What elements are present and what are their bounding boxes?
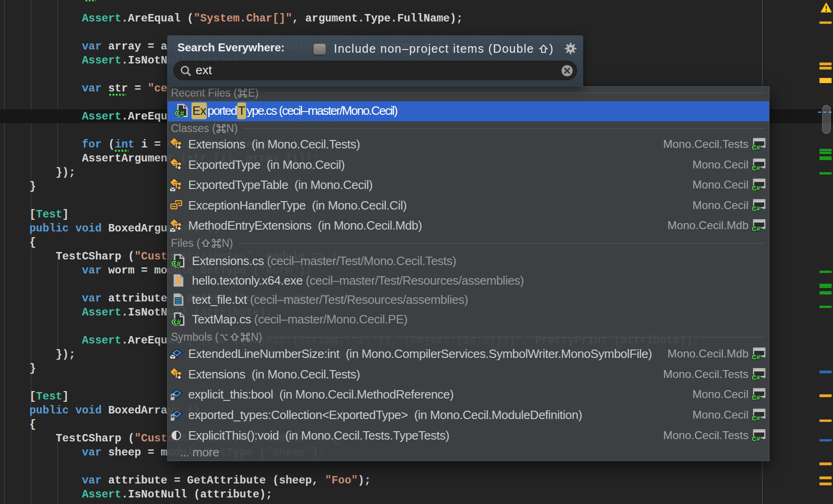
- svg-text:C#: C#: [752, 374, 760, 381]
- svg-text:C#: C#: [752, 205, 760, 212]
- svg-text:C#: C#: [752, 394, 760, 401]
- svg-text:C#: C#: [752, 225, 760, 232]
- svg-text:C#: C#: [752, 435, 760, 442]
- svg-text:C#: C#: [752, 414, 760, 421]
- svg-text:C#: C#: [752, 164, 760, 171]
- svg-text:C#: C#: [752, 144, 760, 151]
- svg-text:C#: C#: [175, 109, 184, 117]
- svg-text:C#: C#: [171, 260, 181, 268]
- svg-text:C#: C#: [752, 184, 760, 191]
- svg-text:C#: C#: [171, 318, 181, 326]
- svg-text:C#: C#: [752, 353, 760, 360]
